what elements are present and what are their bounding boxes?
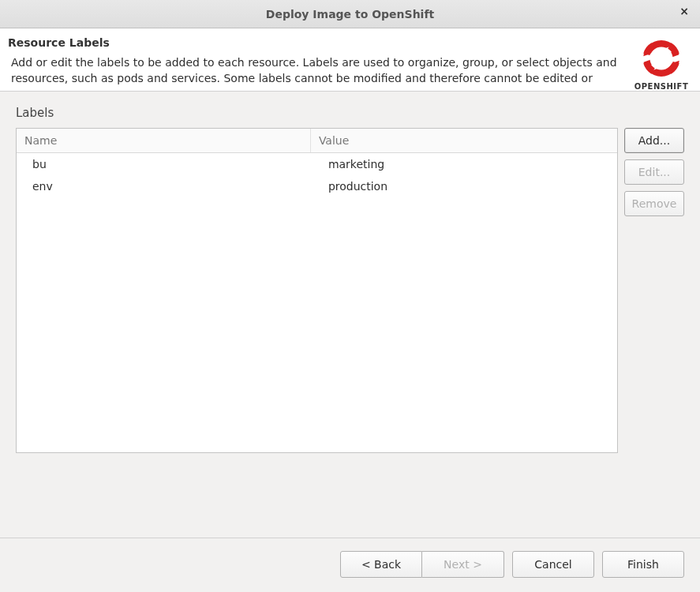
content-area: Labels Name Value bu marketing env produ… <box>0 92 700 538</box>
section-title: Resource Labels <box>8 36 624 49</box>
header-text: Resource Labels Add or edit the labels t… <box>8 36 624 86</box>
remove-button[interactable]: Remove <box>624 191 684 216</box>
back-button[interactable]: < Back <box>340 551 422 578</box>
cell-name: env <box>17 175 311 197</box>
edit-button[interactable]: Edit... <box>624 159 684 185</box>
logo-text: OPENSHIFT <box>634 82 688 91</box>
labels-table: Name Value bu marketing env production <box>16 128 618 453</box>
openshift-logo-icon <box>641 38 682 79</box>
cell-value: marketing <box>311 153 617 175</box>
finish-button[interactable]: Finish <box>602 551 684 578</box>
table-row[interactable]: bu marketing <box>17 153 617 175</box>
labels-heading: Labels <box>16 106 684 120</box>
cell-name: bu <box>17 153 311 175</box>
window-title: Deploy Image to OpenShift <box>266 8 434 21</box>
header-section: Resource Labels Add or edit the labels t… <box>0 28 700 92</box>
cell-value: production <box>311 175 617 197</box>
titlebar: Deploy Image to OpenShift × <box>0 0 700 28</box>
column-header-name[interactable]: Name <box>17 129 311 152</box>
table-body[interactable]: bu marketing env production <box>17 153 617 452</box>
close-icon[interactable]: × <box>679 5 689 17</box>
cancel-button[interactable]: Cancel <box>512 551 594 578</box>
footer: < Back Next > Cancel Finish <box>0 538 700 592</box>
table-row[interactable]: env production <box>17 175 617 197</box>
table-header: Name Value <box>17 129 617 153</box>
openshift-logo: OPENSHIFT <box>632 36 691 91</box>
column-header-value[interactable]: Value <box>311 129 617 152</box>
next-button[interactable]: Next > <box>422 551 504 578</box>
side-buttons: Add... Edit... Remove <box>624 128 684 530</box>
section-description: Add or edit the labels to be added to ea… <box>8 55 624 86</box>
add-button[interactable]: Add... <box>624 128 684 153</box>
